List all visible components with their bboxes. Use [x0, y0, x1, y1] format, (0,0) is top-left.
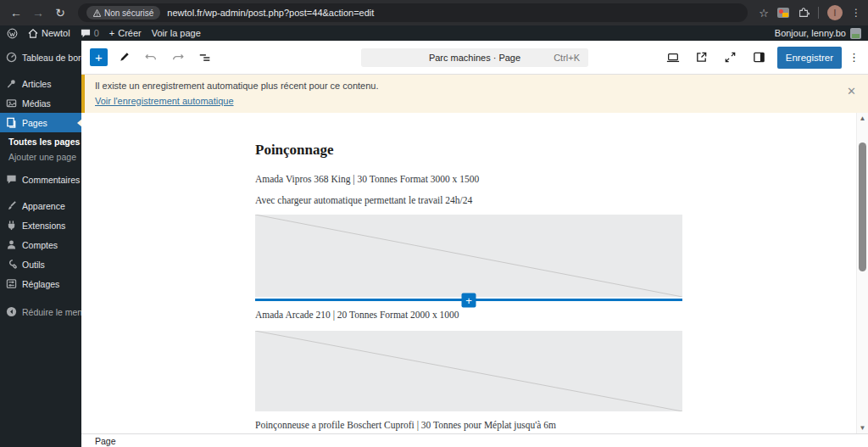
wp-admin-bar: Newtol 0 + Créer Voir la page Bonjour, l…	[0, 25, 868, 41]
broken-image-placeholder[interactable]	[255, 331, 682, 411]
edit-mode-pencil-icon[interactable]	[113, 47, 135, 69]
post-content: Poinçonnage Amada Vipros 368 King | 30 T…	[255, 113, 682, 431]
sidebar-item-medias[interactable]: Médias	[0, 93, 81, 113]
sidebar-item-comments[interactable]: Commentaires	[0, 170, 81, 189]
content-paragraph[interactable]: Poinçonneuse a profile Boschert Cuprofi …	[255, 420, 682, 431]
sidebar-item-label: Réglages	[22, 279, 59, 289]
vertical-scrollbar[interactable]: ▲ ▼	[856, 113, 868, 433]
sidebar-item-tools[interactable]: Outils	[0, 254, 81, 274]
sidebar-item-label: Médias	[22, 98, 51, 109]
sidebar-separator	[0, 189, 81, 196]
browser-back-button[interactable]: ←	[7, 3, 25, 22]
browser-profile-avatar[interactable]: l	[827, 5, 843, 20]
sidebar-item-label: Tableau de bord	[22, 53, 86, 63]
submenu-item-all-pages[interactable]: Toutes les pages	[0, 134, 81, 149]
document-title-bar[interactable]: Parc machines · Page Ctrl+K	[361, 48, 588, 67]
broken-image-placeholder[interactable]	[255, 215, 682, 297]
editor-main: + Parc machines · Page Ctrl+K	[81, 41, 868, 447]
users-icon	[6, 239, 17, 250]
save-button[interactable]: Enregistrer	[777, 47, 842, 69]
sidebar-item-appearance[interactable]: Apparence	[0, 196, 81, 215]
editor-canvas[interactable]: Poinçonnage Amada Vipros 368 King | 30 T…	[81, 113, 868, 433]
browser-forward-button[interactable]: →	[29, 3, 47, 22]
broken-image-diagonal	[255, 215, 682, 297]
sidebar-item-articles[interactable]: Articles	[0, 74, 81, 93]
address-bar[interactable]: Non sécurisé newtol.fr/wp-admin/post.php…	[78, 3, 748, 22]
pushpin-icon	[6, 78, 17, 89]
sidebar-item-label: Commentaires	[22, 175, 80, 185]
fullscreen-button[interactable]	[720, 47, 742, 69]
scroll-up-arrow[interactable]: ▲	[860, 115, 866, 122]
divider	[818, 7, 819, 19]
block-insertion-indicator: +	[255, 299, 682, 301]
brush-icon	[6, 200, 17, 211]
wp-logo[interactable]	[7, 28, 18, 39]
pages-icon	[6, 117, 17, 128]
view-page-link[interactable]: Voir la page	[152, 28, 201, 38]
comments-shortcut[interactable]: 0	[81, 28, 99, 38]
breadcrumb[interactable]: Page	[95, 436, 116, 446]
content-paragraph[interactable]: Amada Vipros 368 King | 30 Tonnes Format…	[255, 174, 682, 185]
content-heading[interactable]: Poinçonnage	[255, 142, 682, 159]
browser-toolbar: ← → ↻ Non sécurisé newtol.fr/wp-admin/po…	[0, 0, 868, 25]
user-avatar[interactable]	[850, 28, 861, 39]
sidebar-item-label: Extensions	[22, 221, 65, 231]
collapse-menu-label: Réduire le menu	[22, 307, 87, 317]
content-paragraph[interactable]: Amada Arcade 210 | 20 Tonnes Format 2000…	[255, 310, 682, 321]
extensions-puzzle-icon[interactable]	[798, 7, 810, 19]
plugin-icon	[6, 220, 17, 231]
photos-extension-icon[interactable]	[777, 8, 789, 18]
home-icon	[28, 29, 38, 38]
notice-message: Il existe un enregistrement automatique …	[95, 81, 843, 91]
collapse-menu-button[interactable]: Réduire le menu	[0, 302, 81, 321]
scrollbar-thumb[interactable]	[859, 142, 866, 271]
view-post-external-icon[interactable]	[691, 47, 713, 69]
wordpress-logo-icon	[7, 28, 18, 39]
dashboard-icon	[6, 52, 17, 63]
url-text: newtol.fr/wp-admin/post.php?post=44&acti…	[167, 8, 374, 18]
sidebar-item-label: Pages	[22, 118, 47, 128]
howdy-greeting[interactable]: Bonjour, lenny.bo	[775, 28, 846, 38]
wp-admin-sidebar: Tableau de bord Articles Médias Pages To…	[0, 41, 81, 447]
sidebar-item-label: Apparence	[22, 201, 65, 211]
sidebar-item-accounts[interactable]: Comptes	[0, 235, 81, 254]
bookmark-star-icon[interactable]: ☆	[759, 7, 769, 20]
options-menu-icon[interactable]: ⋮	[849, 51, 860, 64]
comments-count: 0	[94, 28, 99, 38]
autosave-notice: Il existe un enregistrement automatique …	[81, 75, 868, 113]
submenu-item-add-page[interactable]: Ajouter une page	[0, 149, 81, 165]
broken-image-diagonal	[255, 331, 682, 411]
settings-icon	[6, 278, 17, 289]
new-content-button[interactable]: + Créer	[109, 28, 142, 38]
content-paragraph[interactable]: Avec chargeur automatique permettant le …	[255, 195, 682, 206]
site-name: Newtol	[42, 28, 70, 38]
tools-icon	[6, 259, 17, 270]
settings-sidebar-toggle[interactable]	[748, 47, 771, 69]
sidebar-item-settings[interactable]: Réglages	[0, 274, 81, 293]
sidebar-separator	[0, 293, 81, 300]
list-view-button[interactable]	[194, 47, 216, 69]
preview-device-button[interactable]	[662, 47, 684, 69]
comment-bubble-icon	[81, 29, 91, 38]
scroll-down-arrow[interactable]: ▼	[860, 424, 866, 432]
block-inserter-button[interactable]: +	[90, 48, 108, 66]
sidebar-item-label: Comptes	[22, 240, 58, 250]
create-label: Créer	[118, 28, 142, 38]
sidebar-item-pages[interactable]: Pages	[0, 113, 81, 132]
browser-reload-button[interactable]: ↻	[51, 3, 70, 22]
sidebar-separator	[0, 67, 81, 74]
close-icon[interactable]: ✕	[847, 85, 856, 98]
security-badge[interactable]: Non sécurisé	[86, 6, 160, 20]
undo-button[interactable]	[140, 47, 162, 69]
sidebar-item-label: Outils	[22, 260, 45, 270]
site-link[interactable]: Newtol	[28, 28, 70, 38]
inline-inserter-button[interactable]: +	[462, 293, 476, 307]
editor-footer: Page	[81, 433, 868, 447]
security-label: Non sécurisé	[104, 8, 153, 18]
view-autosave-link[interactable]: Voir l'enregistrement automatique	[95, 96, 234, 106]
warning-icon	[93, 9, 101, 17]
browser-menu-icon[interactable]: ⋮	[851, 7, 861, 19]
sidebar-item-extensions[interactable]: Extensions	[0, 215, 81, 235]
redo-button[interactable]	[167, 47, 189, 69]
sidebar-item-dashboard[interactable]: Tableau de bord	[0, 47, 81, 67]
